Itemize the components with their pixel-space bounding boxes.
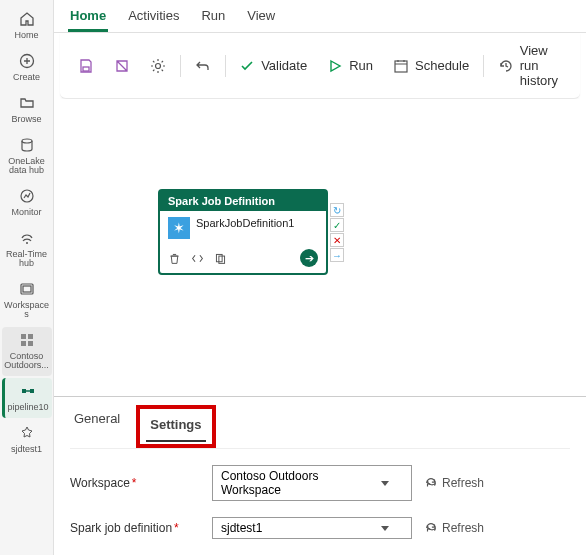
gear-icon <box>150 58 166 74</box>
sidebar-item-onelake[interactable]: OneLake data hub <box>2 132 52 181</box>
svg-rect-14 <box>395 61 407 72</box>
database-icon <box>18 136 36 154</box>
plus-circle-icon <box>18 52 36 70</box>
sidebar-item-label: Workspaces <box>2 301 52 319</box>
refresh-icon <box>424 521 438 535</box>
workspaces-icon <box>18 280 36 298</box>
sidebar-item-label: Browse <box>9 115 43 124</box>
validate-button[interactable]: Validate <box>231 54 315 78</box>
spark-activity-icon: ✶ <box>168 217 190 239</box>
discard-icon <box>114 58 130 74</box>
pipeline-canvas[interactable]: Spark Job Definition ✶ SparkJobDefinitio… <box>54 99 586 396</box>
sidebar-item-workspaces[interactable]: Workspaces <box>2 276 52 325</box>
separator <box>483 55 484 77</box>
workspace-label: Workspace* <box>70 476 200 490</box>
undo-icon <box>195 58 211 74</box>
run-activity-icon[interactable]: ➔ <box>300 249 318 267</box>
sidebar-item-monitor[interactable]: Monitor <box>2 183 52 223</box>
node-status-handles: ↻ ✓ ✕ → <box>330 203 344 262</box>
refresh-icon <box>424 476 438 490</box>
monitor-icon <box>18 187 36 205</box>
sjd-select[interactable]: sjdtest1 <box>212 517 412 539</box>
refresh-label: Refresh <box>442 476 484 490</box>
svg-point-1 <box>22 139 32 143</box>
sidebar-item-label: pipeline10 <box>5 403 50 412</box>
save-button[interactable] <box>70 54 102 78</box>
discard-button[interactable] <box>106 54 138 78</box>
sjd-value: sjdtest1 <box>221 521 262 535</box>
svg-point-3 <box>26 242 28 244</box>
run-button[interactable]: Run <box>319 54 381 78</box>
sidebar-item-label: Contoso Outdoors... <box>2 352 52 370</box>
svg-point-13 <box>156 63 161 68</box>
workspace-refresh-button[interactable]: Refresh <box>424 476 484 490</box>
tab-run[interactable]: Run <box>199 6 227 32</box>
panel-tab-settings[interactable]: Settings <box>146 411 205 442</box>
panel-tabs: General Settings <box>70 405 570 449</box>
settings-button[interactable] <box>142 54 174 78</box>
svg-rect-7 <box>28 334 33 339</box>
separator <box>225 55 226 77</box>
node-footer: ➔ <box>160 245 326 273</box>
annotation-highlight: Settings <box>136 405 215 448</box>
sidebar-item-browse[interactable]: Browse <box>2 90 52 130</box>
svg-rect-12 <box>83 67 89 71</box>
workspace-icon <box>18 331 36 349</box>
tab-home[interactable]: Home <box>68 6 108 32</box>
ribbon-tabs: Home Activities Run View <box>54 0 586 33</box>
node-type-label: Spark Job Definition <box>160 191 326 211</box>
history-button[interactable]: View run history <box>490 39 570 92</box>
activity-node-spark-job[interactable]: Spark Job Definition ✶ SparkJobDefinitio… <box>158 189 328 275</box>
check-icon <box>239 58 255 74</box>
tab-activities[interactable]: Activities <box>126 6 181 32</box>
sidebar-item-create[interactable]: Create <box>2 48 52 88</box>
refresh-label: Refresh <box>442 521 484 535</box>
handle-success-icon[interactable]: ✓ <box>330 218 344 232</box>
home-icon <box>18 10 36 28</box>
sidebar: Home Create Browse OneLake data hub Moni… <box>0 0 54 555</box>
separator <box>180 55 181 77</box>
svg-rect-9 <box>28 341 33 346</box>
node-title: SparkJobDefinition1 <box>196 217 294 229</box>
sidebar-item-realtime[interactable]: Real-Time hub <box>2 225 52 274</box>
undo-button[interactable] <box>187 54 219 78</box>
copy-icon[interactable] <box>214 252 227 265</box>
sidebar-item-home[interactable]: Home <box>2 6 52 46</box>
run-label: Run <box>349 58 373 73</box>
workspace-value: Contoso Outdoors Workspace <box>221 469 381 497</box>
sidebar-item-contoso[interactable]: Contoso Outdoors... <box>2 327 52 376</box>
code-icon[interactable] <box>191 252 204 265</box>
sjd-refresh-button[interactable]: Refresh <box>424 521 484 535</box>
handle-fail-icon[interactable]: ✕ <box>330 233 344 247</box>
workspace-select[interactable]: Contoso Outdoors Workspace <box>212 465 412 501</box>
sidebar-item-label: sjdtest1 <box>9 445 44 454</box>
handle-pending-icon[interactable]: ↻ <box>330 203 344 217</box>
sjd-label: Spark job definition* <box>70 521 200 535</box>
sidebar-item-pipeline10[interactable]: pipeline10 <box>2 378 52 418</box>
svg-rect-6 <box>21 334 26 339</box>
sidebar-item-label: OneLake data hub <box>2 157 52 175</box>
history-label: View run history <box>520 43 562 88</box>
sidebar-item-sjdtest1[interactable]: sjdtest1 <box>2 420 52 460</box>
panel-tab-general[interactable]: General <box>70 405 124 448</box>
history-icon <box>498 58 514 74</box>
delete-icon[interactable] <box>168 252 181 265</box>
sidebar-item-label: Home <box>12 31 40 40</box>
tab-view[interactable]: View <box>245 6 277 32</box>
main-area: Home Activities Run View Validate Run Sc… <box>54 0 586 555</box>
svg-rect-5 <box>23 286 31 292</box>
folder-icon <box>18 94 36 112</box>
pipeline-icon <box>19 382 37 400</box>
play-icon <box>327 58 343 74</box>
toolbar: Validate Run Schedule View run history <box>60 33 580 99</box>
schedule-button[interactable]: Schedule <box>385 54 477 78</box>
workspace-row: Workspace* Contoso Outdoors Workspace Re… <box>70 465 570 501</box>
svg-rect-10 <box>22 389 26 393</box>
svg-rect-8 <box>21 341 26 346</box>
sidebar-item-label: Monitor <box>9 208 43 217</box>
handle-skip-icon[interactable]: → <box>330 248 344 262</box>
spark-icon <box>18 424 36 442</box>
save-icon <box>78 58 94 74</box>
calendar-icon <box>393 58 409 74</box>
node-body: ✶ SparkJobDefinition1 <box>160 211 326 245</box>
